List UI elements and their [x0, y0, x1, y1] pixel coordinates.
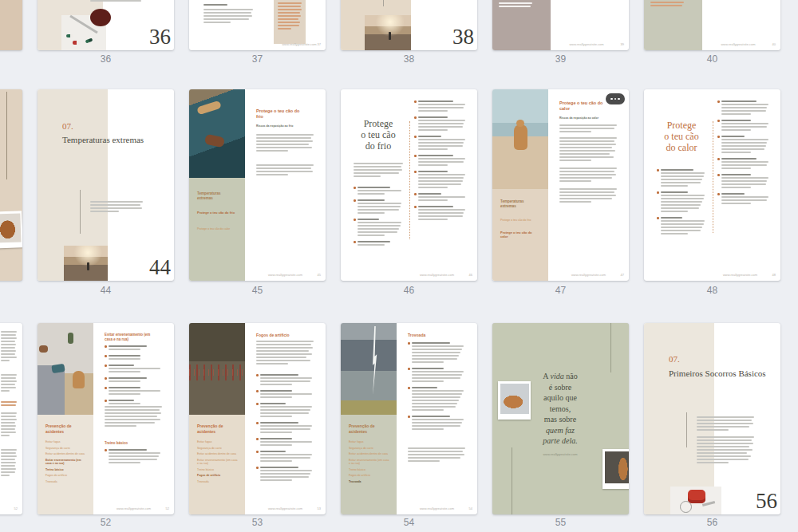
text-line — [661, 182, 701, 183]
bullet-heading-line — [358, 219, 379, 220]
text-line — [260, 457, 310, 459]
text-line — [260, 425, 312, 427]
page-thumbnail-46[interactable]: Protege o teu cão do frio www.reallygrea… — [341, 89, 477, 281]
sidebar-title: Prevenção de acidentes — [197, 424, 229, 434]
page-folio: 40 — [772, 42, 776, 46]
text-line — [1, 401, 17, 403]
text-line — [1, 390, 10, 392]
text-line — [260, 380, 310, 382]
bullet-heading-line — [109, 355, 140, 357]
page-menu-button[interactable] — [606, 93, 625, 104]
text-line — [721, 126, 767, 128]
text-line — [661, 223, 704, 225]
text-line — [559, 201, 591, 203]
page-thumbnail-35-partial[interactable] — [0, 0, 22, 50]
page-folio: 48 — [772, 273, 776, 277]
page-folio: 37 — [318, 42, 321, 46]
text-line — [697, 426, 749, 428]
text-line — [559, 188, 617, 190]
text-line — [354, 175, 381, 177]
page-thumbnail-55[interactable]: A vida não é sobre aquilo que temos, mas… — [492, 323, 629, 514]
text-line — [412, 371, 464, 372]
page-thumbnail-39[interactable]: www.reallygreatsite.com 39 — [492, 0, 629, 50]
text-line — [721, 142, 767, 144]
page-thumbnail-40[interactable]: www.reallygreatsite.com 40 — [644, 0, 780, 50]
text-line — [260, 428, 310, 430]
text-line — [260, 384, 292, 385]
page-thumbnail-43-partial[interactable] — [0, 89, 22, 281]
bullet-heading-line — [418, 193, 441, 195]
page-label-36: 36 — [38, 53, 174, 65]
text-line — [203, 9, 253, 10]
text-line — [260, 444, 292, 446]
divider-line — [383, 0, 384, 6]
text-line — [278, 6, 301, 7]
page-label-40: 40 — [644, 53, 780, 65]
text-line — [1, 452, 16, 454]
page-thumbnail-53[interactable]: Prevenção de acidentes Evitar fugas Segu… — [189, 323, 326, 514]
page-thumbnail-37[interactable]: www.reallygreatsite.com 37 — [189, 0, 326, 50]
text-line — [721, 177, 768, 179]
page-folio: 46 — [469, 273, 472, 277]
sidebar-item: Evitar envenenamento (em casa e na rua) — [197, 459, 239, 466]
text-line — [697, 452, 747, 454]
sidebar-item: Trovoada — [45, 480, 87, 484]
page-thumbnail-44[interactable]: 07. Temperaturas extremas 44 — [38, 89, 174, 281]
page-thumbnail-51-partial[interactable]: 52 — [0, 323, 22, 514]
section-heading: Trovoada — [408, 333, 460, 337]
beach-photo — [365, 15, 411, 50]
sidebar-item: Treino básico — [349, 468, 390, 472]
page-thumbnail-52[interactable]: Prevenção de acidentes Evitar fugas Segu… — [38, 323, 174, 514]
page-thumbnail-48[interactable]: Protege o teu cão do calor www.reallygre… — [644, 89, 780, 281]
bullet-marker-icon — [717, 100, 720, 103]
page-thumbnail-36[interactable]: 36 — [38, 0, 174, 50]
bullet-item — [105, 345, 162, 352]
page-label-53: 53 — [189, 517, 326, 528]
bullet-heading-line — [412, 368, 444, 369]
bullet-marker-icon — [657, 191, 659, 194]
bullet-heading-line — [721, 136, 745, 137]
text-line — [354, 166, 401, 167]
bullet-heading-line — [661, 191, 688, 193]
bullet-heading-line — [109, 345, 147, 347]
text-line — [256, 344, 311, 345]
accent-line — [512, 447, 512, 514]
text-line — [412, 428, 444, 430]
text-line — [418, 199, 448, 201]
bullet-marker-icon — [414, 206, 417, 208]
sidebar-item: Trovoada — [197, 480, 239, 484]
page-label-45: 45 — [189, 285, 326, 296]
text-line — [278, 2, 302, 4]
bullet-marker-icon — [105, 449, 107, 451]
bullet-heading-line — [260, 438, 292, 439]
text-line — [697, 429, 729, 431]
sidebar-item-calor: Protege o teu cão do calor — [197, 227, 235, 231]
heading-line: Protege — [655, 120, 708, 131]
bullet-heading-line — [358, 241, 390, 242]
big-heading: Protege o teu cão do frio — [352, 118, 405, 152]
page-thumbnail-56[interactable]: 07. Primeiros Socorros Básicos 56 — [644, 323, 780, 514]
page-label-52: 52 — [38, 517, 174, 528]
bullet-marker-icon — [657, 217, 659, 219]
bullet-item — [354, 241, 403, 247]
chapter-sidebar: Prevenção de acidentes Evitar fugas Segu… — [341, 415, 397, 514]
sidebar-item-frio: Protege o teu cão do frio — [500, 219, 539, 223]
text-line — [105, 416, 157, 417]
page-thumbnail-47[interactable]: Temperaturas extremas Protege o teu cão … — [492, 89, 629, 281]
bullet-marker-icon — [105, 377, 107, 380]
text-line — [256, 347, 313, 349]
text-line — [412, 352, 460, 353]
bullet-marker-icon — [414, 136, 417, 138]
text-line — [260, 393, 312, 395]
page-thumbnail-54[interactable]: Prevenção de acidentes Evitar fugas Segu… — [341, 323, 477, 514]
text-line — [260, 416, 292, 417]
heading-line: do frio — [352, 140, 405, 152]
text-line — [412, 361, 444, 363]
bullet-marker-icon — [408, 368, 410, 370]
text-line — [358, 231, 397, 233]
text-line — [105, 409, 160, 411]
page-thumbnail-38[interactable]: 38 — [341, 0, 477, 50]
page-thumbnail-45[interactable]: Temperaturas extremas Protege o teu cão … — [189, 89, 326, 281]
text-line — [278, 15, 301, 17]
bullet-heading-line — [721, 193, 745, 195]
